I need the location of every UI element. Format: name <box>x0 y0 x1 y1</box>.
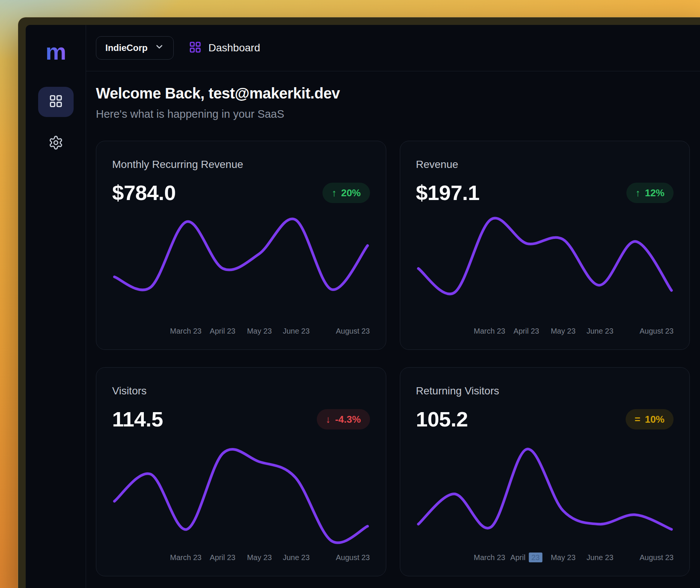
metric-value-row: $784.0↑20% <box>112 180 370 205</box>
topbar: IndieCorp Dashboard <box>86 25 700 71</box>
x-axis-tick: May 23 <box>551 553 576 562</box>
metric-value-row: $197.1↑12% <box>416 180 674 205</box>
metric-value: $784.0 <box>112 180 176 205</box>
trend-delta: 12% <box>645 188 665 198</box>
metric-value-row: 105.2=10% <box>416 407 674 431</box>
metrics-grid: Monthly Recurring Revenue$784.0↑20%March… <box>96 141 690 576</box>
trend-delta: -4.3% <box>335 414 361 424</box>
line-chart-svg <box>112 438 370 548</box>
x-axis-tick: April 23 <box>210 327 236 336</box>
trend-badge: ↓-4.3% <box>317 409 370 429</box>
x-axis-tick: May 23 <box>247 327 272 336</box>
grid-icon <box>49 94 63 110</box>
trend-badge: =10% <box>626 409 674 429</box>
sidebar-nav <box>38 87 74 159</box>
x-axis-tick: March 23 <box>170 553 201 562</box>
x-axis-tick: August 23 <box>640 553 674 562</box>
x-axis-tick: June 23 <box>586 553 613 562</box>
trend-badge: ↑12% <box>626 183 674 203</box>
chevron-down-icon <box>154 42 164 54</box>
metric-card: Monthly Recurring Revenue$784.0↑20%March… <box>96 141 386 350</box>
metric-card: Returning Visitors105.2=10%March 23April… <box>400 367 690 576</box>
x-axis-tick: August 23 <box>336 327 370 336</box>
workspace-selector-button[interactable]: IndieCorp <box>96 36 174 60</box>
metric-card: Visitors114.5↓-4.3%March 23April 23May 2… <box>96 367 386 576</box>
card-title: Returning Visitors <box>416 385 674 397</box>
page-title: Welcome Back, test@makerkit.dev <box>96 85 690 102</box>
selected-text-highlight: 23 <box>529 553 542 562</box>
metric-value-row: 114.5↓-4.3% <box>112 407 370 431</box>
arrow-down-icon: ↓ <box>326 414 331 424</box>
x-axis-tick: May 23 <box>247 553 272 562</box>
arrow-up-icon: ↑ <box>635 188 640 198</box>
card-title: Monthly Recurring Revenue <box>112 159 370 171</box>
line-chart: March 23April 23May 23June 23August 23 <box>416 435 674 565</box>
metric-value: 114.5 <box>112 407 163 431</box>
card-title: Visitors <box>112 385 370 397</box>
line-series <box>418 218 671 294</box>
x-axis-tick: June 23 <box>283 327 310 336</box>
arrow-up-icon: ↑ <box>331 188 336 198</box>
x-axis-tick: March 23 <box>170 327 201 336</box>
x-axis-labels: March 23April 23May 23June 23August 23 <box>416 553 674 565</box>
metric-value: $197.1 <box>416 180 480 205</box>
trend-badge: ↑20% <box>322 183 370 203</box>
app-surface: m <box>26 25 700 588</box>
x-axis-tick: June 23 <box>586 327 613 336</box>
line-chart: March 23April 23May 23June 23August 23 <box>112 209 370 338</box>
metric-value: 105.2 <box>416 407 468 431</box>
line-series <box>418 449 671 530</box>
page-subtitle: Here's what is happening in your SaaS <box>96 108 690 120</box>
line-chart-svg <box>112 211 370 322</box>
makerkit-logo: m <box>45 40 66 63</box>
x-axis-tick: June 23 <box>283 553 310 562</box>
equals-icon: = <box>635 414 640 424</box>
line-series <box>114 449 367 543</box>
x-axis-tick: April 23 <box>210 553 236 562</box>
sidebar-item-dashboard[interactable] <box>38 87 74 117</box>
x-axis-labels: March 23April 23May 23June 23August 23 <box>112 327 370 338</box>
trend-delta: 20% <box>341 188 361 198</box>
sidebar-item-settings[interactable] <box>38 128 74 159</box>
workspace-name: IndieCorp <box>105 43 148 53</box>
x-axis-tick: April 23 <box>510 553 543 562</box>
metric-card: Revenue$197.1↑12%March 23April 23May 23J… <box>400 141 690 350</box>
app-window: m <box>18 17 700 588</box>
card-title: Revenue <box>416 159 674 171</box>
gear-icon <box>48 135 63 152</box>
line-series <box>114 219 367 290</box>
line-chart-svg <box>416 438 674 548</box>
x-axis-tick: August 23 <box>640 327 674 336</box>
dashboard-content: Welcome Back, test@makerkit.dev Here's w… <box>86 71 700 588</box>
x-axis-tick: August 23 <box>336 553 370 562</box>
breadcrumb-label: Dashboard <box>208 42 260 54</box>
breadcrumb: Dashboard <box>189 41 260 55</box>
x-axis-labels: March 23April 23May 23June 23August 23 <box>416 327 674 338</box>
line-chart: March 23April 23May 23June 23August 23 <box>416 209 674 338</box>
grid-icon <box>189 41 202 55</box>
sidebar: m <box>26 25 86 588</box>
x-axis-tick: April 23 <box>513 327 539 336</box>
x-axis-labels: March 23April 23May 23June 23August 23 <box>112 553 370 565</box>
main-area: IndieCorp Dashboard Welcome <box>86 25 700 588</box>
x-axis-tick: March 23 <box>474 327 505 336</box>
line-chart: March 23April 23May 23June 23August 23 <box>112 435 370 565</box>
x-axis-tick: May 23 <box>551 327 576 336</box>
line-chart-svg <box>416 211 674 322</box>
x-axis-tick: March 23 <box>474 553 505 562</box>
trend-delta: 10% <box>645 414 665 424</box>
